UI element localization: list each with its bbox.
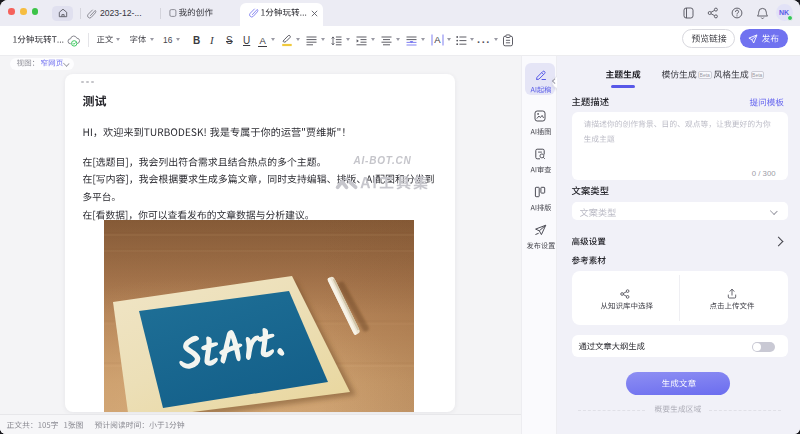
svg-text:A: A (434, 34, 441, 45)
